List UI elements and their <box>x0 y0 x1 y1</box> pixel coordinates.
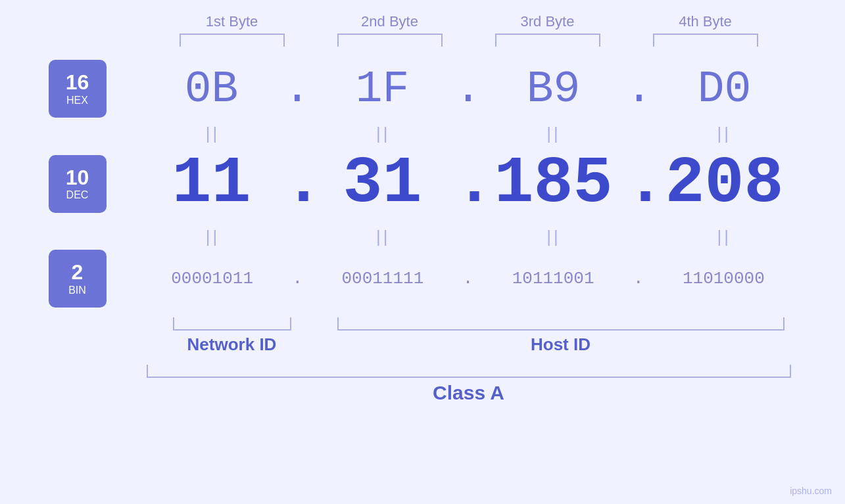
dec-cell-1: 11 <box>139 147 284 221</box>
hex-cell-3: B9 <box>481 64 626 114</box>
bin-badge-number: 2 <box>72 261 84 284</box>
equals-cell-2a: || <box>140 227 286 247</box>
bin-value-1: 00001011 <box>153 269 272 288</box>
bin-dot-2: . <box>456 269 480 288</box>
bin-row: 2 BIN 00001011 . 00011111 . 10111001 . 1… <box>33 250 812 308</box>
equals-sign-1a: || <box>206 124 220 144</box>
hex-badge-number: 16 <box>66 71 89 94</box>
bin-value-3: 10111001 <box>494 269 612 288</box>
hex-dot-2: . <box>455 64 481 114</box>
bracket-top-1 <box>153 34 311 47</box>
hex-cell-4: D0 <box>652 64 797 114</box>
equals-cell-1d: || <box>651 124 797 144</box>
bin-cell-1: 00001011 <box>139 269 285 288</box>
equals-cell-2d: || <box>651 227 797 247</box>
equals-sign-1c: || <box>546 124 561 144</box>
hex-dot-1: . <box>284 64 310 114</box>
equals-sign-2d: || <box>717 227 732 247</box>
equals-row-2: || || || || <box>33 227 812 247</box>
bin-value-4: 11010000 <box>664 269 783 288</box>
bracket-top-2 <box>311 34 469 47</box>
bottom-brackets-row <box>33 317 812 331</box>
byte-label-2: 2nd Byte <box>311 13 469 30</box>
bracket-bottom-network-line <box>173 317 291 331</box>
bin-value-2: 00011111 <box>324 269 442 288</box>
dec-value-1: 11 <box>153 147 271 221</box>
dec-values-container: 11 . 31 . 185 . 208 <box>139 147 797 221</box>
bin-cell-2: 00011111 <box>310 269 456 288</box>
dec-dot-2: . <box>455 147 481 221</box>
hex-cell-2: 1F <box>310 64 455 114</box>
dec-value-4: 208 <box>665 147 784 221</box>
network-id-label: Network ID <box>140 334 324 355</box>
hex-value-4: D0 <box>665 64 784 114</box>
hex-cell-1: 0B <box>139 64 284 114</box>
bracket-top-line-3 <box>495 34 600 47</box>
bracket-top-line-2 <box>337 34 443 47</box>
equals-sign-1d: || <box>717 124 732 144</box>
hex-row: 16 HEX 0B . 1F . B9 . D0 <box>33 60 812 118</box>
hex-badge: 16 HEX <box>49 60 107 118</box>
bottom-bracket-network <box>140 317 324 331</box>
equals-sign-2a: || <box>206 227 220 247</box>
bracket-bottom-class-line <box>147 365 791 378</box>
hex-values-container: 0B . 1F . B9 . D0 <box>139 64 797 114</box>
byte-label-4: 4th Byte <box>627 13 785 30</box>
bin-cell-4: 11010000 <box>650 269 796 288</box>
host-id-label: Host ID <box>324 334 798 355</box>
hex-value-1: 0B <box>153 64 271 114</box>
hex-value-2: 1F <box>324 64 442 114</box>
equals-sign-2b: || <box>376 227 391 247</box>
dec-value-2: 31 <box>324 147 442 221</box>
equals-cell-1b: || <box>310 124 456 144</box>
equals-container-2: || || || || <box>140 227 798 247</box>
dec-badge-label: DEC <box>66 189 89 201</box>
equals-cell-2c: || <box>481 227 627 247</box>
equals-cell-1c: || <box>481 124 627 144</box>
class-label-row: Class A <box>33 382 812 404</box>
bracket-top-line-1 <box>180 34 285 47</box>
dec-dot-3: . <box>626 147 652 221</box>
id-labels-row: Network ID Host ID <box>33 334 812 355</box>
dec-value-3: 185 <box>495 147 613 221</box>
byte-label-3: 3rd Byte <box>469 13 627 30</box>
equals-row-1: || || || || <box>33 124 812 144</box>
bin-values-container: 00001011 . 00011111 . 10111001 . 1101000… <box>139 269 797 288</box>
class-label: Class A <box>147 382 791 404</box>
bracket-bottom-host-line <box>337 317 785 331</box>
dec-dot-1: . <box>284 147 310 221</box>
equals-container-1: || || || || <box>140 124 798 144</box>
dec-badge-number: 10 <box>66 166 89 189</box>
bin-dot-3: . <box>626 269 650 288</box>
dec-cell-3: 185 <box>481 147 626 221</box>
dec-cell-4: 208 <box>652 147 797 221</box>
equals-cell-2b: || <box>310 227 456 247</box>
dec-cell-2: 31 <box>310 147 455 221</box>
equals-sign-2c: || <box>546 227 561 247</box>
bracket-top-line-4 <box>653 34 758 47</box>
bin-cell-3: 10111001 <box>480 269 626 288</box>
bin-badge: 2 BIN <box>49 250 107 308</box>
bottom-bracket-host <box>324 317 798 331</box>
bin-dot-1: . <box>285 269 310 288</box>
byte-label-1: 1st Byte <box>153 13 311 30</box>
equals-cell-1a: || <box>140 124 286 144</box>
byte-labels-row: 1st Byte 2nd Byte 3rd Byte 4th Byte <box>33 13 812 30</box>
top-brackets-row <box>33 34 812 47</box>
bin-badge-label: BIN <box>68 285 86 296</box>
bracket-top-4 <box>627 34 785 47</box>
class-row-bracket <box>33 365 812 378</box>
dec-badge: 10 DEC <box>49 155 107 213</box>
equals-sign-1b: || <box>376 124 391 144</box>
hex-badge-label: HEX <box>66 95 88 106</box>
hex-dot-3: . <box>626 64 652 114</box>
watermark: ipshu.com <box>790 486 832 496</box>
dec-row: 10 DEC 11 . 31 . 185 . 208 <box>33 147 812 221</box>
main-container: 1st Byte 2nd Byte 3rd Byte 4th Byte 16 H… <box>0 0 845 504</box>
bracket-top-3 <box>469 34 627 47</box>
hex-value-3: B9 <box>495 64 613 114</box>
